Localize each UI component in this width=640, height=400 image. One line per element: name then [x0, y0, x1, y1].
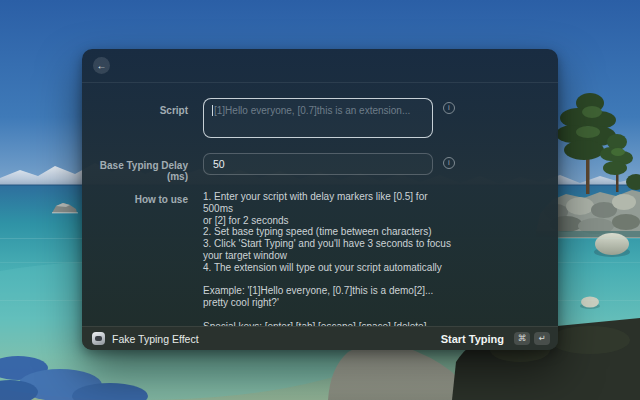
delay-info-icon[interactable]: i: [443, 157, 455, 169]
extension-window: ← Script [1]Hello everyone, [0.7]this is…: [82, 49, 558, 350]
how-to-use-text: 1. Enter your script with delay markers …: [203, 191, 457, 344]
delay-label: Base Typing Delay (ms): [82, 160, 188, 182]
info-glyph: i: [448, 159, 450, 167]
window-header: ←: [82, 49, 558, 83]
back-arrow-icon: ←: [97, 61, 107, 71]
how-to-use-label: How to use: [82, 194, 188, 205]
back-button[interactable]: ←: [93, 57, 110, 74]
script-label: Script: [82, 105, 188, 116]
command-glyph: ⌘: [518, 334, 527, 343]
primary-action: Start Typing ⌘ ↵: [441, 332, 550, 345]
return-glyph: ↵: [538, 334, 545, 343]
info-glyph: i: [448, 104, 450, 112]
command-key-icon: ⌘: [514, 332, 530, 345]
script-placeholder: [1]Hello everyone, [0.7]this is an exten…: [214, 105, 410, 116]
script-info-icon[interactable]: i: [443, 102, 455, 114]
action-bar: Fake Typing Effect Start Typing ⌘ ↵: [82, 326, 558, 350]
extension-name: Fake Typing Effect: [112, 333, 199, 345]
desktop: ← Script [1]Hello everyone, [0.7]this is…: [0, 0, 640, 400]
script-textarea[interactable]: [1]Hello everyone, [0.7]this is an exten…: [203, 98, 433, 138]
return-key-icon: ↵: [534, 332, 550, 345]
start-typing-button[interactable]: Start Typing: [441, 333, 504, 345]
delay-input[interactable]: [203, 153, 433, 175]
extension-icon: [92, 332, 105, 345]
text-caret: [212, 105, 213, 116]
